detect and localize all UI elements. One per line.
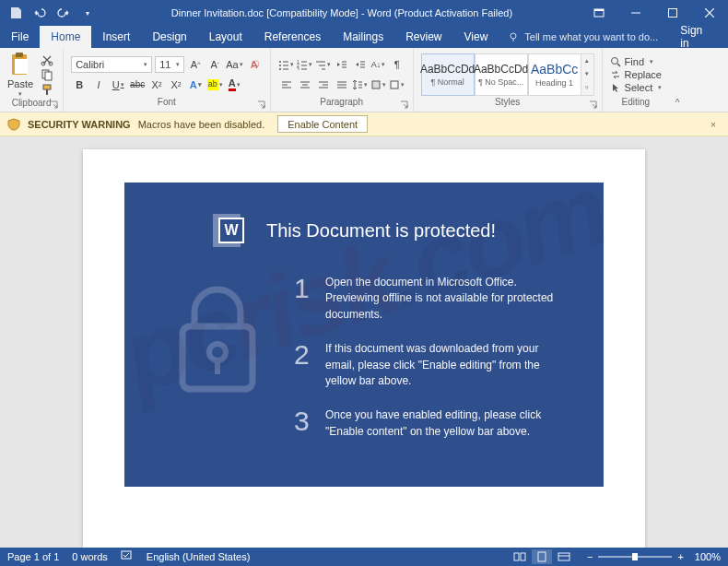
word-icon: W	[213, 214, 250, 247]
highlight-icon[interactable]: ab	[206, 77, 223, 93]
tab-home[interactable]: Home	[40, 26, 91, 48]
zoom-out-button[interactable]: −	[587, 551, 593, 562]
borders-icon[interactable]	[389, 77, 405, 93]
tab-view[interactable]: View	[453, 26, 499, 48]
dialog-launcher-icon[interactable]	[400, 100, 409, 110]
tab-insert[interactable]: Insert	[91, 26, 141, 48]
justify-icon[interactable]	[334, 77, 350, 93]
bold-button[interactable]: B	[71, 77, 88, 93]
style-heading-1[interactable]: AaBbCcHeading 1	[528, 53, 581, 96]
undo-icon[interactable]	[29, 3, 50, 23]
align-left-icon[interactable]	[278, 77, 295, 93]
share-button[interactable]: Share	[715, 26, 728, 48]
qat-customize-icon[interactable]: ▾	[77, 3, 98, 23]
security-close-icon[interactable]: ×	[706, 119, 721, 130]
multilevel-list-icon[interactable]	[315, 56, 332, 73]
zoom-in-button[interactable]: +	[677, 551, 683, 562]
page-indicator[interactable]: Page 1 of 1	[7, 551, 59, 562]
svg-rect-3	[669, 9, 677, 18]
group-editing: Find▾ Replace Select▾ Editing	[603, 48, 670, 112]
strikethrough-button[interactable]: abc	[129, 77, 146, 93]
web-layout-icon[interactable]	[554, 549, 574, 564]
tab-layout[interactable]: Layout	[198, 26, 253, 48]
svg-rect-52	[372, 81, 380, 88]
redo-icon[interactable]	[53, 3, 74, 23]
svg-rect-62	[538, 552, 546, 561]
shading-icon[interactable]	[370, 77, 387, 93]
align-right-icon[interactable]	[315, 77, 332, 93]
spellcheck-icon[interactable]	[121, 550, 134, 563]
language-indicator[interactable]: English (United States)	[147, 551, 251, 562]
align-center-icon[interactable]	[297, 77, 313, 93]
paste-button[interactable]: Paste ▾	[7, 52, 33, 98]
font-color-icon[interactable]: A	[226, 77, 242, 93]
numbering-icon[interactable]: 123	[297, 56, 313, 73]
cut-icon[interactable]	[41, 53, 55, 66]
font-size-dropdown[interactable]: 11▾	[155, 56, 184, 73]
copy-icon[interactable]	[41, 68, 55, 81]
print-layout-icon[interactable]	[532, 549, 552, 564]
document-heading: This Document is protected!	[266, 220, 496, 242]
tab-mailings[interactable]: Mailings	[332, 26, 394, 48]
dialog-launcher-icon[interactable]	[589, 100, 598, 110]
svg-rect-8	[16, 53, 23, 57]
increase-indent-icon[interactable]	[352, 56, 369, 73]
group-styles: AaBbCcDd¶ Normal AaBbCcDd¶ No Spac... Aa…	[414, 48, 603, 112]
decrease-indent-icon[interactable]	[334, 56, 350, 73]
svg-rect-15	[46, 89, 48, 95]
step-text: Once you have enabled editing, please cl…	[325, 407, 561, 440]
svg-point-16	[279, 61, 281, 63]
tab-design[interactable]: Design	[141, 26, 197, 48]
bullets-icon[interactable]	[278, 56, 295, 73]
style-normal[interactable]: AaBbCcDd¶ Normal	[421, 53, 475, 96]
close-button[interactable]	[691, 0, 728, 26]
sign-in-link[interactable]: Sign in	[667, 26, 715, 48]
collapse-ribbon-icon[interactable]: ^	[669, 48, 686, 112]
subscript-button[interactable]: X2	[148, 77, 165, 93]
save-icon[interactable]	[6, 3, 26, 23]
dialog-launcher-icon[interactable]	[257, 100, 266, 110]
clipboard-group-label: Clipboard	[12, 98, 52, 108]
svg-rect-9	[15, 59, 28, 74]
line-spacing-icon[interactable]	[352, 77, 369, 93]
style-no-spacing[interactable]: AaBbCcDd¶ No Spac...	[475, 53, 528, 96]
zoom-slider[interactable]	[598, 556, 672, 558]
font-name-dropdown[interactable]: Calibri▾	[71, 56, 152, 73]
clear-formatting-icon[interactable]: A⃠	[246, 56, 263, 73]
replace-button[interactable]: Replace	[610, 69, 663, 80]
change-case-icon[interactable]: Aa	[226, 56, 242, 73]
zoom-level[interactable]: 100%	[695, 551, 721, 562]
shrink-font-icon[interactable]: Aˇ	[206, 56, 223, 73]
tell-me-search[interactable]: Tell me what you want to do...	[499, 26, 667, 48]
format-painter-icon[interactable]	[41, 83, 55, 96]
text-effects-icon[interactable]: A	[187, 77, 204, 93]
svg-rect-13	[45, 72, 52, 80]
enable-content-button[interactable]: Enable Content	[277, 115, 368, 133]
dialog-launcher-icon[interactable]	[50, 100, 59, 110]
minimize-button[interactable]	[617, 0, 654, 26]
tab-file[interactable]: File	[0, 26, 40, 48]
protected-document-banner: W This Document is protected! 1Open the …	[124, 183, 604, 487]
tab-review[interactable]: Review	[394, 26, 452, 48]
grow-font-icon[interactable]: A^	[187, 56, 204, 73]
paragraph-group-label: Paragraph	[320, 97, 363, 107]
styles-gallery-more[interactable]: ▴▾▿	[581, 53, 594, 96]
step-text: If this document was downloaded from you…	[325, 341, 561, 389]
underline-button[interactable]: U	[110, 77, 126, 93]
title-bar: ▾ Dinner Invitation.doc [Compatibility M…	[0, 0, 728, 26]
ribbon-options-icon[interactable]	[581, 0, 617, 26]
svg-point-4	[511, 33, 516, 39]
document-canvas[interactable]: W This Document is protected! 1Open the …	[0, 136, 728, 548]
sort-icon[interactable]: A↓	[370, 56, 387, 73]
maximize-button[interactable]	[654, 0, 691, 26]
superscript-button[interactable]: X2	[168, 77, 184, 93]
tab-references[interactable]: References	[253, 26, 332, 48]
read-mode-icon[interactable]	[510, 549, 530, 564]
show-marks-icon[interactable]: ¶	[389, 56, 405, 73]
select-button[interactable]: Select▾	[610, 82, 663, 93]
italic-button[interactable]: I	[90, 77, 107, 93]
svg-rect-14	[43, 85, 51, 89]
svg-line-55	[617, 64, 620, 66]
find-button[interactable]: Find▾	[610, 56, 663, 67]
word-count[interactable]: 0 words	[72, 551, 108, 562]
